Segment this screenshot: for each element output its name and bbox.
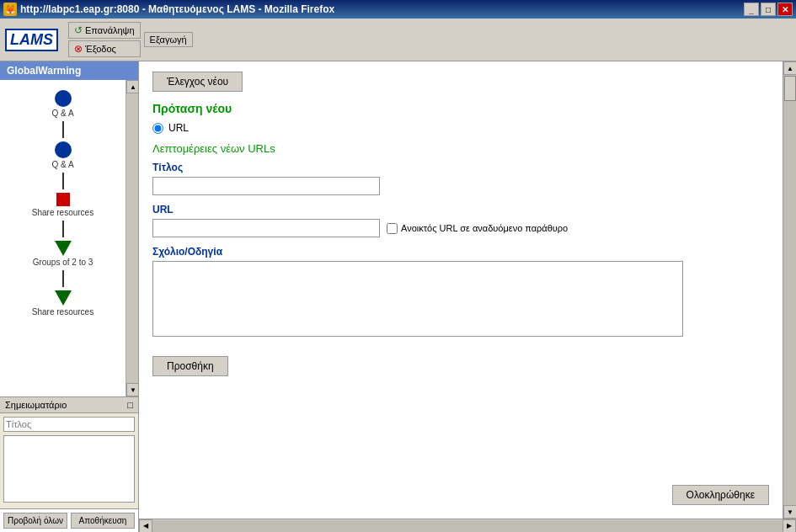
circle-node-2 [55,141,72,158]
lams-logo: LAMS [5,29,58,51]
scroll-left-icon[interactable]: ◀ [139,519,152,533]
window-title: http://labpc1.eap.gr:8080 - Μαθητευόμενο… [20,3,744,15]
add-button[interactable]: Προσθήκη [152,356,228,376]
url-input[interactable] [152,219,380,237]
view-all-button[interactable]: Προβολή όλων [3,513,67,529]
circle-node-1 [55,90,72,107]
refresh-button[interactable]: ↺ Επανάληψη [68,22,141,39]
save-button[interactable]: Αποθήκευση [71,513,135,529]
node-label-5: Share resources [32,307,93,317]
url-radio-row: URL [152,122,769,134]
scroll-thumb[interactable] [784,76,796,101]
logout-button[interactable]: ⊗ Έξοδος [68,40,141,57]
sidebar-footer: Προβολή όλων Αποθήκευση [0,508,138,532]
export-button[interactable]: Εξαγωγή [144,32,193,47]
scroll-down-arrow[interactable]: ▼ [126,383,138,396]
notes-collapse-icon[interactable]: □ [127,400,133,410]
bottom-scrollbar[interactable]: ◀ ▶ [139,519,796,532]
activity-node-qa1[interactable]: Q & A [51,90,73,118]
url-radio[interactable] [152,123,163,134]
url-label: URL [152,204,769,215]
node-label-1: Q & A [51,109,73,118]
finish-button[interactable]: Ολοκληρώθηκε [672,485,769,505]
close-button[interactable]: ✕ [777,3,793,16]
sidebar-scroll-area[interactable]: Q & A Q & A Share resources [0,80,126,396]
minimize-button[interactable]: _ [744,3,759,16]
activity-node-groups[interactable]: Groups of 2 to 3 [33,241,93,267]
title-field-section: Τίτλος [152,162,769,195]
top-toolbar: LAMS ↺ Επανάληψη ⊗ Έξοδος Εξαγωγή [0,19,796,61]
connector-3 [62,221,64,237]
title-input[interactable] [152,177,380,195]
node-label-2: Q & A [51,160,73,169]
scroll-up-arrow[interactable]: ▲ [126,80,138,93]
title-label: Τίτλος [152,162,769,173]
logout-icon: ⊗ [74,43,83,55]
sidebar: GlobalWarming Q & A Q & A [0,61,139,532]
maximize-button[interactable]: □ [761,3,776,16]
comment-textarea[interactable] [152,261,683,337]
sidebar-scrollbar[interactable]: ▲ ▼ [126,80,138,396]
activity-node-share1[interactable]: Share resources [32,193,93,217]
activity-node-share2[interactable]: Share resources [32,290,93,317]
main-content: Έλεγχος νέου Πρόταση νέου URL Λεπτομέρει… [139,61,783,519]
connector-4 [62,270,64,287]
comment-label: Σχόλιο/Οδηγία [152,246,769,258]
check-new-button[interactable]: Έλεγχος νέου [152,72,243,92]
notes-header: Σημειωματάριο □ [0,397,138,413]
sidebar-title: GlobalWarming [0,61,138,80]
titlebar: 🦊 http://labpc1.eap.gr:8080 - Μαθητευόμε… [0,0,796,19]
open-url-label[interactable]: Ανοικτός URL σε αναδυόμενο παράθυρο [387,223,568,234]
activity-node-qa2[interactable]: Q & A [51,141,73,169]
connector-2 [62,173,64,189]
right-scrollbar[interactable]: ▲ ▼ [783,61,796,519]
open-url-checkbox[interactable] [387,223,398,234]
scroll-up-icon[interactable]: ▲ [783,61,796,75]
notes-title-input[interactable] [3,417,135,432]
refresh-icon: ↺ [74,24,83,36]
url-field-section: URL Ανοικτός URL σε αναδυόμενο παράθυρο [152,204,769,237]
node-label-3: Share resources [32,208,93,217]
open-url-text: Ανοικτός URL σε αναδυόμενο παράθυρο [401,223,568,233]
triangle-node-4 [55,241,72,256]
notes-title: Σημειωματάριο [5,400,67,410]
details-title: Λεπτομέρειες νέων URLs [152,142,769,155]
url-radio-label: URL [168,122,189,134]
scroll-right-icon[interactable]: ▶ [783,519,796,533]
window-controls[interactable]: _ □ ✕ [744,3,793,16]
comment-field-section: Σχόλιο/Οδηγία [152,246,769,339]
square-node-3 [56,193,70,206]
notes-panel: Σημειωματάριο □ [0,396,138,508]
scroll-track [783,75,796,505]
proposal-title: Πρόταση νέου [152,102,769,115]
connector-1 [62,121,64,138]
notes-text-area[interactable] [3,435,135,503]
node-label-4: Groups of 2 to 3 [33,258,93,267]
triangle-node-5 [55,290,72,306]
scroll-down-icon[interactable]: ▼ [783,505,796,519]
scroll-track-h [152,520,783,532]
browser-icon: 🦊 [3,3,17,16]
